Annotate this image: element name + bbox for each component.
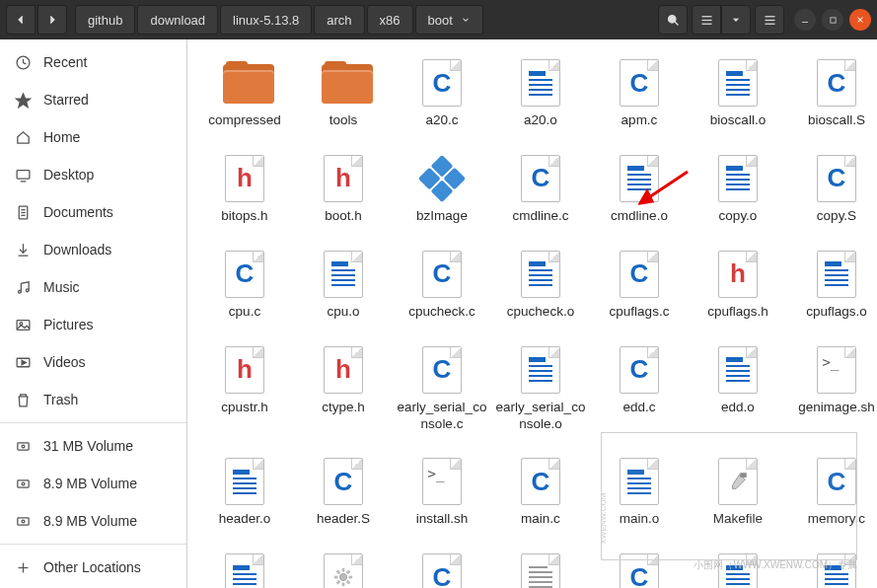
file-label: edd.o: [721, 400, 755, 416]
obj-icon: [223, 551, 266, 588]
obj-icon: [618, 153, 661, 204]
chevron-right-icon: [45, 13, 59, 27]
h-icon: h: [223, 153, 266, 204]
h-icon: h: [716, 249, 760, 300]
file-item[interactable]: Cearly_serial_console.c: [395, 344, 489, 433]
file-item[interactable]: a20.o: [493, 57, 588, 129]
svg-line-1: [675, 22, 678, 25]
file-item[interactable]: Ccpucheck.c: [395, 249, 489, 321]
file-item[interactable]: Cmain.c: [493, 456, 588, 528]
view-mode-dropdown[interactable]: [721, 5, 751, 35]
file-item[interactable]: bioscall.o: [691, 57, 785, 129]
file-label: boot.h: [325, 208, 362, 225]
diamond-icon: [420, 153, 464, 204]
file-item[interactable]: copy.o: [691, 153, 785, 225]
file-item[interactable]: edd.o: [691, 344, 785, 433]
sidebar-item-desktop[interactable]: Desktop: [0, 156, 186, 193]
nav-back-button[interactable]: [6, 5, 36, 35]
file-item[interactable]: cpuflags.o: [789, 249, 877, 321]
file-item[interactable]: pmjump.o: [789, 551, 877, 588]
txt-icon: [519, 551, 562, 588]
view-mode-button[interactable]: [692, 5, 721, 35]
sidebar-item-recent[interactable]: Recent: [0, 43, 186, 81]
sidebar-item-starred[interactable]: Starred: [0, 81, 186, 118]
file-item[interactable]: Cmkcpustr.c: [395, 551, 489, 588]
file-item[interactable]: Cbioscall.S: [789, 57, 877, 129]
file-item[interactable]: memory.o: [197, 551, 292, 588]
nav-forward-button[interactable]: [37, 5, 67, 35]
svg-rect-14: [17, 170, 30, 179]
file-item[interactable]: mtools.conf.in: [493, 551, 588, 588]
sidebar-item-other-locations[interactable]: Other Locations: [0, 549, 186, 586]
chevron-down-icon: [461, 15, 471, 25]
sidebar-item-label: Desktop: [43, 167, 94, 183]
file-item[interactable]: bzImage: [395, 153, 489, 225]
file-item[interactable]: compressed: [197, 57, 292, 129]
window-maximize-button[interactable]: [822, 9, 843, 31]
obj-icon: [716, 344, 760, 396]
file-item[interactable]: Cpm.c: [592, 551, 687, 588]
sidebar-item-downloads[interactable]: Downloads: [0, 231, 186, 268]
file-item[interactable]: tools: [296, 57, 391, 129]
sidebar-item-trash[interactable]: Trash: [0, 381, 186, 418]
file-label: copy.o: [719, 208, 758, 225]
file-item[interactable]: mkcpustr: [296, 551, 391, 588]
file-item[interactable]: Ccopy.S: [789, 153, 877, 225]
sidebar-item-videos[interactable]: Videos: [0, 343, 186, 381]
file-item[interactable]: pm.o: [691, 551, 785, 588]
sidebar-item-8-9-mb-volume[interactable]: 8.9 MB Volume: [0, 465, 186, 502]
pictures-icon: [14, 317, 32, 333]
file-item[interactable]: header.o: [197, 456, 292, 528]
search-button[interactable]: [658, 5, 688, 35]
breadcrumb-download[interactable]: download: [137, 5, 218, 35]
file-item[interactable]: hcpustr.h: [197, 344, 292, 433]
file-item[interactable]: >_install.sh: [395, 456, 489, 528]
file-item[interactable]: cpu.o: [296, 249, 391, 321]
breadcrumb-linux-5.13.8[interactable]: linux-5.13.8: [220, 5, 312, 35]
file-view[interactable]: compressedtoolsCa20.ca20.oCapm.cbioscall…: [187, 39, 877, 588]
folder-icon: [322, 57, 365, 109]
file-item[interactable]: main.o: [592, 456, 687, 528]
file-item[interactable]: hboot.h: [296, 153, 391, 225]
file-item[interactable]: Ca20.c: [395, 57, 489, 129]
c-icon: C: [223, 249, 266, 300]
obj-icon: [716, 551, 760, 588]
file-label: cmdline.c: [512, 208, 568, 225]
sidebar-item-documents[interactable]: Documents: [0, 193, 186, 231]
file-item[interactable]: hctype.h: [296, 344, 391, 433]
file-item[interactable]: hbitops.h: [197, 153, 292, 225]
file-item[interactable]: hcpuflags.h: [691, 249, 785, 321]
file-label: early_serial_console.c: [395, 400, 489, 433]
sidebar-item-music[interactable]: Music: [0, 268, 186, 306]
file-item[interactable]: Cheader.S: [296, 456, 391, 528]
file-item[interactable]: Ccpuflags.c: [592, 249, 687, 321]
file-item[interactable]: >_genimage.sh: [789, 344, 877, 433]
file-item[interactable]: Ccmdline.c: [493, 153, 588, 225]
file-item[interactable]: Capm.c: [592, 57, 687, 129]
file-label: header.S: [317, 511, 370, 528]
chevron-down-icon: [731, 15, 741, 25]
sidebar-item-31-mb-volume[interactable]: 31 MB Volume: [0, 427, 186, 465]
file-item[interactable]: early_serial_console.o: [493, 344, 588, 433]
sidebar-item-pictures[interactable]: Pictures: [0, 306, 186, 343]
file-label: cpu.c: [229, 304, 260, 321]
file-item[interactable]: Cmemory.c: [789, 456, 877, 528]
sidebar-item-8-9-mb-volume[interactable]: 8.9 MB Volume: [0, 502, 186, 540]
obj-icon: [223, 456, 266, 507]
hamburger-menu-button[interactable]: [755, 5, 784, 35]
breadcrumb-github[interactable]: github: [75, 5, 135, 35]
obj-icon: [618, 456, 661, 507]
breadcrumb-arch[interactable]: arch: [314, 5, 364, 35]
window-minimize-button[interactable]: [794, 9, 816, 31]
file-item[interactable]: Makefile: [691, 456, 785, 528]
breadcrumb-boot[interactable]: boot: [415, 5, 483, 35]
h-icon: h: [223, 344, 266, 396]
window-close-button[interactable]: [849, 9, 871, 31]
sh-icon: >_: [815, 344, 858, 396]
file-item[interactable]: cmdline.o: [592, 153, 687, 225]
sidebar-item-home[interactable]: Home: [0, 118, 186, 156]
file-item[interactable]: cpucheck.o: [493, 249, 588, 321]
file-item[interactable]: Cedd.c: [592, 344, 687, 433]
file-item[interactable]: Ccpu.c: [197, 249, 292, 321]
breadcrumb-x86[interactable]: x86: [367, 5, 413, 35]
